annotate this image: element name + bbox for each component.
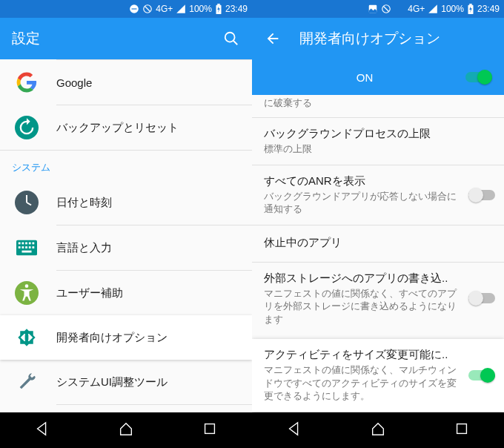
developer-list: に破棄する バックグラウンドプロセスの上限 標準の上限 すべてのANRを表示 バ… xyxy=(252,95,504,412)
phone-left-settings: 4G+ 100% 23:49 設定 Google バックアップとリセット システ… xyxy=(0,0,252,448)
network-label: 4G+ xyxy=(156,4,173,14)
nav-back-icon[interactable] xyxy=(286,421,302,440)
svg-rect-10 xyxy=(29,243,31,245)
svg-rect-26 xyxy=(469,4,472,5)
nav-back-icon[interactable] xyxy=(34,421,50,440)
svg-rect-9 xyxy=(25,243,27,245)
resize-toggle[interactable] xyxy=(468,368,495,383)
back-arrow-icon[interactable] xyxy=(264,30,282,47)
svg-rect-22 xyxy=(205,424,215,434)
nav-home-icon[interactable] xyxy=(370,421,386,440)
status-bar: 4G+ 100% 23:49 xyxy=(0,0,252,18)
clock-label: 23:49 xyxy=(225,4,248,14)
item-label: Google xyxy=(56,76,240,89)
status-bar: 4G+ 100% 23:49 xyxy=(252,0,504,18)
setting-title: 外部ストレージへのアプリの書き込.. xyxy=(264,271,492,286)
anr-toggle[interactable] xyxy=(468,188,495,202)
setting-sleepapps[interactable]: 休止中のアプリ xyxy=(252,225,504,262)
setting-subtitle: マニフェストの値に関係なく、すべてのアプリを外部ストレージに書き込めるようになり… xyxy=(264,287,492,326)
backup-icon xyxy=(12,113,42,142)
svg-rect-15 xyxy=(29,246,31,248)
screenshot-icon xyxy=(368,4,378,14)
google-icon xyxy=(12,67,42,97)
signal-icon xyxy=(176,4,186,14)
no-rotate-icon xyxy=(381,4,391,14)
page-title: 開発者向けオプション xyxy=(299,29,492,48)
svg-rect-16 xyxy=(32,246,34,248)
svg-rect-17 xyxy=(21,251,31,253)
setting-subtitle: バックグラウンドアプリが応答しない場合に通知する xyxy=(264,190,492,216)
item-label: ユーザー補助 xyxy=(56,286,240,300)
svg-rect-12 xyxy=(19,246,21,248)
accessibility-icon xyxy=(12,278,42,308)
developer-icon xyxy=(12,323,42,352)
page-title: 設定 xyxy=(12,29,222,48)
dnd-icon xyxy=(129,4,139,14)
setting-title: アクティビティをサイズ変更可能に.. xyxy=(264,348,492,362)
list-item-accessibility[interactable]: ユーザー補助 xyxy=(0,271,252,315)
svg-rect-8 xyxy=(21,243,24,245)
clock-icon xyxy=(12,188,42,217)
svg-rect-14 xyxy=(25,246,27,248)
setting-title: すべてのANRを表示 xyxy=(264,174,492,188)
setting-extstorage[interactable]: 外部ストレージへのアプリの書き込.. マニフェストの値に関係なく、すべてのアプリ… xyxy=(252,263,504,335)
nav-recent-icon[interactable] xyxy=(202,421,218,440)
no-rotate-icon xyxy=(142,4,153,14)
master-toggle[interactable] xyxy=(465,70,492,85)
developer-on-bar: ON xyxy=(252,59,504,95)
nav-home-icon[interactable] xyxy=(118,421,134,440)
nav-bar xyxy=(252,412,504,448)
nav-bar xyxy=(0,412,252,448)
list-item-language[interactable]: 言語と入力 xyxy=(0,225,252,270)
setting-bgproc[interactable]: バックグラウンドプロセスの上限 標準の上限 xyxy=(252,118,504,165)
clock-label: 23:49 xyxy=(477,4,500,14)
svg-rect-4 xyxy=(217,4,220,5)
phone-right-developer: 4G+ 100% 23:49 開発者向けオプション ON に破棄する バックグラ… xyxy=(252,0,504,448)
svg-rect-7 xyxy=(19,243,21,245)
app-bar: 開発者向けオプション xyxy=(252,18,504,59)
settings-list: Google バックアップとリセット システム 日付と時刻 言語と入力 xyxy=(0,59,252,412)
svg-point-5 xyxy=(225,33,235,42)
item-label: 言語と入力 xyxy=(56,241,240,255)
cut-off-item: に破棄する xyxy=(252,95,504,117)
battery-label: 100% xyxy=(189,4,212,14)
setting-title: 休止中のアプリ xyxy=(264,236,492,250)
list-item-about[interactable]: 端末情報 xyxy=(0,405,252,412)
setting-subtitle: 標準の上限 xyxy=(264,142,492,156)
svg-rect-27 xyxy=(457,424,467,434)
on-label: ON xyxy=(264,71,465,84)
item-label: システムUI調整ツール xyxy=(56,375,240,389)
setting-title: バックグラウンドプロセスの上限 xyxy=(264,127,492,141)
network-label: 4G+ xyxy=(408,4,425,14)
svg-rect-13 xyxy=(21,246,24,248)
list-item-developer[interactable]: 開発者向けオプション xyxy=(0,315,252,360)
keyboard-icon xyxy=(12,233,42,263)
search-icon[interactable] xyxy=(222,30,240,47)
list-item-google[interactable]: Google xyxy=(0,60,252,105)
signal-icon xyxy=(428,4,438,14)
wrench-icon xyxy=(12,367,42,397)
list-item-backup[interactable]: バックアップとリセット xyxy=(0,105,252,150)
item-label: 開発者向けオプション xyxy=(56,331,240,345)
svg-rect-1 xyxy=(132,8,137,9)
app-bar: 設定 xyxy=(0,18,252,59)
battery-icon xyxy=(467,4,474,14)
setting-resize[interactable]: アクティビティをサイズ変更可能に.. マニフェストの値に関係なく、マルチウィンド… xyxy=(252,339,504,412)
section-system: システム xyxy=(0,151,252,180)
nav-recent-icon[interactable] xyxy=(454,421,470,440)
svg-rect-11 xyxy=(32,243,34,245)
setting-subtitle: マニフェストの値に関係なく、マルチウィンドウですべてのアクティビティのサイズを変… xyxy=(264,363,492,403)
setting-anr[interactable]: すべてのANRを表示 バックグラウンドアプリが応答しない場合に通知する xyxy=(252,165,504,225)
item-label: バックアップとリセット xyxy=(56,121,240,135)
list-item-systemui[interactable]: システムUI調整ツール xyxy=(0,360,252,404)
battery-icon xyxy=(215,4,222,14)
list-item-datetime[interactable]: 日付と時刻 xyxy=(0,180,252,225)
svg-point-18 xyxy=(25,284,29,288)
item-label: 日付と時刻 xyxy=(56,196,240,210)
extstorage-toggle[interactable] xyxy=(468,291,495,306)
battery-label: 100% xyxy=(441,4,464,14)
